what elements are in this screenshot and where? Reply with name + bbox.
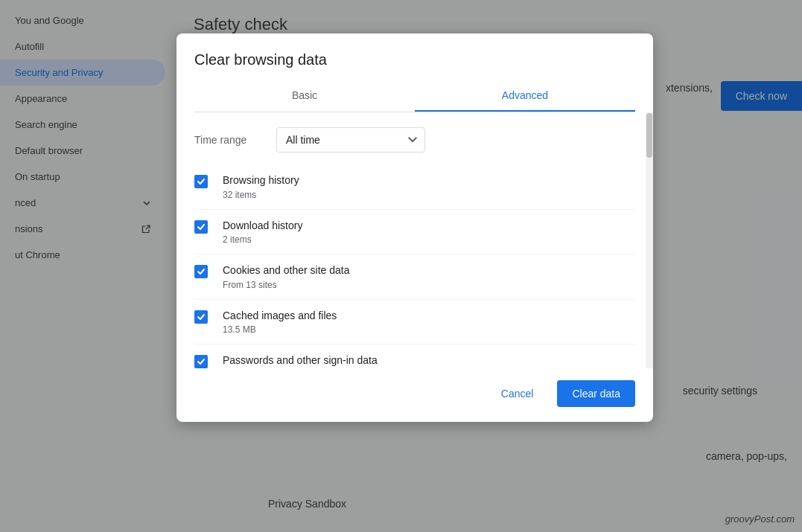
checkbox-label: Browsing history — [223, 173, 299, 188]
checkbox-label: Cached images and files — [223, 309, 337, 324]
checkbox-label: Cookies and other site data — [223, 263, 349, 278]
checkbox-sublabel: 13.5 MB — [223, 324, 337, 335]
checkbox-sublabel: 32 items — [223, 190, 299, 200]
dialog-footer: Cancel Clear data — [176, 368, 653, 407]
dialog-body: Time range Last hour Last 24 hours Last … — [176, 112, 653, 368]
clear-data-button[interactable]: Clear data — [557, 380, 635, 407]
checkbox-sublabel: From 13 sites — [223, 280, 349, 290]
checkbox-label: Download history — [223, 219, 302, 234]
checkmark-icon — [197, 357, 206, 366]
dialog-tabs: Basic Advanced — [194, 80, 635, 112]
list-item-passwords: Passwords and other sign-in data — [194, 344, 635, 368]
dialog-title: Clear browsing data — [194, 51, 635, 68]
checkbox-passwords[interactable] — [194, 355, 208, 368]
scrollbar-track[interactable] — [646, 112, 653, 368]
list-item-browsing-history: Browsing history 32 items — [194, 164, 635, 210]
list-item-download-history: Download history 2 items — [194, 210, 635, 255]
checkmark-icon — [197, 177, 206, 186]
checkbox-sublabel: 2 items — [223, 234, 302, 245]
scrollbar-thumb[interactable] — [646, 113, 652, 158]
checkmark-icon — [197, 267, 206, 276]
dialog-header: Clear browsing data Basic Advanced — [176, 33, 653, 112]
tab-advanced[interactable]: Advanced — [415, 80, 635, 112]
checkmark-icon — [197, 222, 206, 231]
checkbox-cached-images[interactable] — [194, 310, 208, 324]
checkbox-label: Passwords and other sign-in data — [223, 353, 378, 368]
checkbox-download-history[interactable] — [194, 220, 208, 234]
checkbox-browsing-history[interactable] — [194, 175, 208, 188]
checkbox-cookies[interactable] — [194, 265, 208, 278]
time-range-select[interactable]: Last hour Last 24 hours Last 7 days Last… — [276, 127, 425, 153]
tab-basic[interactable]: Basic — [194, 80, 415, 112]
time-range-row: Time range Last hour Last 24 hours Last … — [194, 112, 635, 164]
clear-browsing-data-dialog: Clear browsing data Basic Advanced Time … — [176, 33, 653, 422]
checkmark-icon — [197, 313, 206, 321]
list-item-cookies: Cookies and other site data From 13 site… — [194, 254, 635, 300]
list-item-cached-images: Cached images and files 13.5 MB — [194, 300, 635, 345]
cancel-button[interactable]: Cancel — [486, 380, 549, 407]
time-range-label: Time range — [194, 134, 261, 146]
